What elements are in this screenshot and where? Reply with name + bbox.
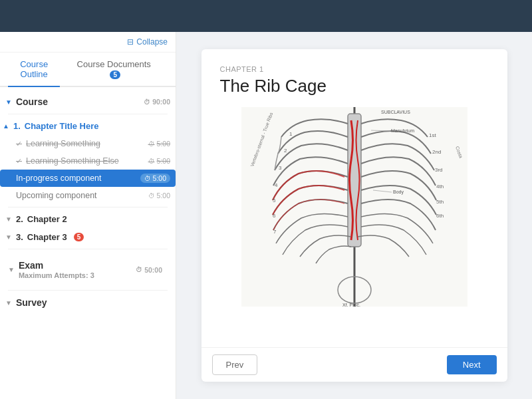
svg-text:Body: Body [393, 190, 404, 195]
chapter3-number: 3. [16, 232, 23, 242]
chapter3-title: Chapter 3 [27, 232, 67, 242]
content-body: CHAPTER 1 The Rib Cage [201, 49, 507, 347]
svg-text:3rd: 3rd [435, 167, 443, 173]
sidebar: ⊟ Collapse Course Outline Course Documen… [0, 32, 176, 399]
chapter1-number: 1. [13, 121, 21, 131]
lesson-4-upcoming[interactable]: Upcoming component ⏱ 5:00 [0, 187, 176, 204]
chapter-label: CHAPTER 1 [220, 65, 489, 73]
divider-4 [8, 290, 168, 291]
app-container: ⊟ Collapse Course Outline Course Documen… [0, 0, 532, 399]
svg-text:SUBCLAVIUS: SUBCLAVIUS [381, 110, 410, 114]
lesson-1-label: Learning Something [26, 139, 100, 148]
survey-label: Survey [16, 297, 47, 308]
chapter3-arrow-icon: ▼ [5, 233, 12, 241]
svg-text:5: 5 [273, 198, 276, 203]
lesson-4-label: Upcoming component [16, 191, 97, 200]
exam-subtitle: Maximum Attempts: 3 [19, 271, 94, 279]
exam-title: Exam [19, 260, 94, 271]
exam-info: Exam Maximum Attempts: 3 [19, 260, 94, 279]
lesson-2-label: Learning Something Else [26, 156, 119, 166]
svg-text:4th: 4th [436, 184, 444, 190]
collapse-icon: ⊟ [127, 37, 134, 47]
main-content: ⊟ Collapse Course Outline Course Documen… [0, 32, 532, 399]
svg-text:3: 3 [279, 165, 282, 171]
svg-text:6th: 6th [436, 213, 444, 219]
lesson-3-inprogress[interactable]: In-progress component ⏱ 5:00 [0, 170, 176, 187]
check-icon-2: ✓ [16, 157, 22, 166]
chapter1-arrow-icon: ▲ [3, 122, 9, 130]
nav-item-survey[interactable]: ▼ Survey [0, 293, 176, 312]
svg-text:4: 4 [275, 182, 278, 188]
chapter2-title: Chapter 2 [27, 214, 67, 224]
course-time: ⏱ 90:00 [144, 98, 170, 106]
clock-icon: ⏱ [144, 98, 150, 106]
lesson-3-time: ⏱ 5:00 [140, 174, 170, 183]
exam-time: ⏱ 50:00 [136, 266, 162, 274]
chapter2-number: 2. [16, 214, 23, 224]
lesson-4-time: ⏱ 5:00 [148, 192, 170, 200]
nav-item-chapter-1[interactable]: ▲ 1. Chapter Title Here [0, 117, 176, 135]
chapter3-badge: 5 [74, 233, 84, 241]
svg-text:2nd: 2nd [432, 149, 441, 155]
content-card: CHAPTER 1 The Rib Cage [201, 49, 507, 382]
clock-icon-l4: ⏱ [148, 192, 155, 200]
course-label: Course [16, 96, 48, 107]
survey-arrow-icon: ▼ [5, 299, 12, 307]
content-footer: Prev Next [201, 347, 507, 382]
lesson-2-time: ⏱ 5:00 [148, 157, 170, 165]
chapter-main-title: The Rib Cage [220, 76, 489, 96]
tab-course-documents[interactable]: Course Documents 5 [73, 53, 154, 86]
rib-cage-image: STERNOCLEIDOMASTOIDEUS SUBCLAVIUS [220, 107, 489, 307]
svg-text:Xf. Proc.: Xf. Proc. [342, 303, 360, 307]
prev-button[interactable]: Prev [212, 354, 258, 375]
lesson-2[interactable]: ✓ Learning Something Else ⏱ 5:00 [0, 152, 176, 170]
documents-badge: 5 [110, 70, 120, 79]
next-button[interactable]: Next [447, 355, 497, 374]
chapter2-arrow-icon: ▼ [5, 215, 12, 223]
top-bar [0, 0, 532, 32]
svg-text:5th: 5th [436, 199, 444, 205]
chapter1-title: Chapter Title Here [25, 121, 99, 131]
svg-text:6: 6 [273, 213, 276, 219]
divider-3 [8, 249, 168, 249]
clock-icon-l1: ⏱ [148, 140, 155, 148]
exam-arrow-icon: ▼ [8, 266, 15, 273]
svg-text:STERNOCLEIDOMASTOIDEUS: STERNOCLEIDOMASTOIDEUS [364, 107, 432, 108]
sidebar-nav: ▼ Course ⏱ 90:00 ▲ 1. Chapter Title Here [0, 87, 176, 399]
nav-item-course[interactable]: ▼ Course ⏱ 90:00 [0, 92, 176, 111]
tab-course-outline[interactable]: Course Outline [8, 53, 60, 87]
svg-text:2: 2 [284, 148, 287, 154]
exam-clock-icon: ⏱ [136, 266, 142, 273]
lesson-3-label: In-progress component [16, 174, 102, 183]
course-arrow-icon: ▼ [5, 98, 12, 106]
collapse-button[interactable]: ⊟ Collapse [127, 37, 168, 47]
nav-item-chapter-3[interactable]: ▼ 3. Chapter 3 5 [0, 228, 176, 246]
svg-text:7: 7 [273, 229, 277, 235]
nav-item-chapter-2[interactable]: ▼ 2. Chapter 2 [0, 210, 176, 228]
divider-2 [8, 207, 168, 207]
check-icon-1: ✓ [16, 140, 22, 148]
svg-text:1: 1 [289, 131, 293, 137]
exam-section: ▼ Exam Maximum Attempts: 3 ⏱ 50:00 [0, 252, 176, 287]
collapse-bar: ⊟ Collapse [0, 32, 176, 53]
divider-1 [8, 114, 168, 114]
lesson-1[interactable]: ✓ Learning Something ⏱ 5:00 [0, 135, 176, 152]
lesson-1-time: ⏱ 5:00 [148, 140, 170, 148]
content-area: CHAPTER 1 The Rib Cage [176, 32, 532, 399]
svg-text:1st: 1st [429, 132, 436, 138]
rib-cage-svg: STERNOCLEIDOMASTOIDEUS SUBCLAVIUS [241, 107, 467, 307]
sidebar-tabs: Course Outline Course Documents 5 [0, 53, 176, 87]
nav-item-exam[interactable]: ▼ Exam Maximum Attempts: 3 ⏱ 50:00 [8, 256, 168, 283]
collapse-label: Collapse [136, 37, 168, 47]
clock-icon-l2: ⏱ [148, 158, 155, 165]
svg-text:Manubrium: Manubrium [391, 128, 414, 133]
clock-icon-l3: ⏱ [144, 175, 151, 182]
